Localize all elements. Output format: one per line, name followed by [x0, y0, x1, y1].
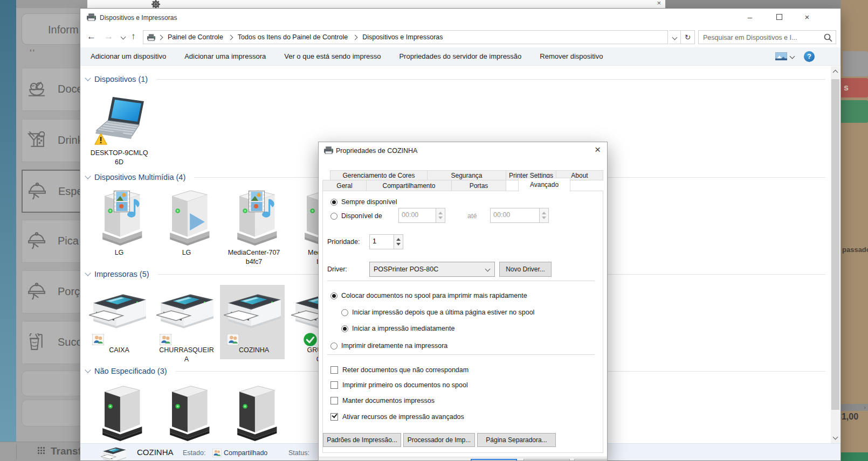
from-time-field[interactable]: 00:00	[398, 208, 436, 223]
dialog-title: Propriedades de COZINHA	[336, 147, 417, 155]
priority-spinner[interactable]	[394, 234, 403, 249]
tab-geral[interactable]: Geral	[322, 180, 367, 191]
printer-3d-icon	[156, 291, 217, 335]
pos-red-button[interactable]: s	[841, 78, 868, 97]
pos-marks: ''	[30, 47, 36, 57]
minimize-button[interactable]: –	[741, 11, 759, 23]
pos-green-button[interactable]	[841, 100, 868, 123]
device-item-desktop[interactable]: DESKTOP-9CMLQ 6D	[86, 89, 153, 165]
ok-button[interactable]	[471, 459, 517, 461]
printer-item-churrasqueira[interactable]: CHURRASQUEIR A	[153, 287, 220, 362]
shared-people-icon	[227, 334, 239, 345]
printer-item-cozinha[interactable]: COZINHA	[221, 287, 287, 362]
screen: × Inform '' Doce Drink Espe Pica Porç Su…	[0, 0, 868, 461]
cloche-icon	[28, 183, 46, 202]
see-whats-printing-button[interactable]: Ver o que está sendo impresso	[284, 52, 381, 60]
forward-icon[interactable]: →	[104, 31, 113, 42]
checkbox-keep-printed-documents[interactable]	[330, 397, 338, 404]
printing-defaults-button[interactable]: Padrões de Impressão...	[323, 433, 401, 447]
pos-category-drink[interactable]: Drink	[22, 119, 82, 162]
priority-label: Prioridade:	[327, 238, 360, 246]
pos-category-espe[interactable]: Espe	[22, 170, 82, 213]
add-device-button[interactable]: Adicionar um dispositivo	[91, 52, 166, 60]
breadcrumb-item[interactable]: Painel de Controle	[168, 33, 223, 41]
radio-start-immediately[interactable]	[341, 325, 348, 332]
driver-label: Driver:	[327, 266, 347, 273]
pos-gray-button[interactable]	[843, 51, 868, 76]
breadcrumb-item[interactable]: Todos os Itens do Painel de Controle	[238, 33, 348, 41]
estado-value: Compartilhado	[224, 449, 267, 457]
tab-color-management[interactable]: Gerenciamento de Cores	[330, 170, 428, 180]
pos-info-button[interactable]: Inform	[22, 13, 84, 45]
pos-category-suco[interactable]: Suco	[22, 321, 82, 364]
checkbox-hold-mismatched[interactable]	[330, 366, 338, 374]
pos-category-doce[interactable]: Doce	[22, 68, 82, 111]
media-device-lg-1[interactable]: LG	[86, 186, 153, 271]
checkbox-enable-advanced-features[interactable]	[330, 413, 338, 421]
tab-avancado[interactable]: Avançado	[518, 178, 570, 192]
scroll-down-icon[interactable]	[833, 435, 838, 440]
breadcrumb[interactable]: Painel de Controle Todos os Itens do Pai…	[143, 30, 668, 44]
radio-always-available[interactable]	[330, 199, 337, 206]
refresh-button[interactable]: ↻	[681, 30, 695, 44]
up-icon[interactable]: ↑	[131, 31, 136, 42]
divider	[327, 281, 595, 281]
search-input[interactable]	[702, 32, 817, 44]
unspecified-device[interactable]	[153, 380, 220, 443]
maximize-button[interactable]	[770, 11, 788, 23]
checkbox-print-spooled-first[interactable]	[330, 381, 338, 389]
from-time-spinner[interactable]	[436, 208, 445, 223]
print-server-properties-button[interactable]: Propriedades do servidor de impressão	[399, 52, 521, 60]
apply-button[interactable]	[574, 459, 608, 461]
cancel-button[interactable]	[523, 459, 570, 461]
printer-3d-icon	[89, 291, 149, 335]
view-options-button[interactable]	[775, 52, 794, 60]
radio-print-directly[interactable]	[330, 343, 337, 350]
dialog-footer	[319, 457, 607, 461]
dialog-close-button[interactable]: ×	[595, 144, 601, 156]
remove-device-button[interactable]: Remover dispositivo	[540, 52, 603, 60]
backdrop	[665, 0, 868, 8]
media-device-lg-2[interactable]: LG	[153, 186, 220, 271]
picture-icon	[775, 52, 787, 60]
radio-start-after-last-page[interactable]	[341, 309, 348, 316]
section-header-devices[interactable]: Dispositivos (1)	[86, 74, 825, 85]
print-processor-button[interactable]: Processador de Imp...	[403, 433, 475, 447]
shared-people-icon	[160, 334, 171, 345]
tab-compartilhamento[interactable]: Compartilhamento	[366, 180, 452, 191]
media-device-mediacenter[interactable]: MediaCenter-707 b4fc7	[221, 186, 287, 271]
pos-scrollbar[interactable]: ›	[841, 404, 868, 411]
unspecified-device[interactable]	[221, 380, 287, 443]
close-icon[interactable]: ×	[657, 0, 661, 7]
cloche-icon	[27, 283, 46, 302]
search-icon[interactable]	[824, 33, 832, 44]
add-printer-button[interactable]: Adicionar uma impressora	[184, 52, 266, 60]
until-time-field[interactable]: 00:00	[490, 208, 540, 223]
chevron-down-icon	[85, 75, 91, 81]
scrollbar-thumb[interactable]	[831, 79, 839, 410]
help-button[interactable]: ?	[804, 51, 815, 62]
tab-portas[interactable]: Portas	[451, 180, 506, 191]
pos-category-pica[interactable]: Pica	[22, 220, 82, 263]
address-dropdown-button[interactable]	[669, 30, 681, 44]
recent-pages-chevron-icon[interactable]	[121, 34, 126, 40]
driver-combobox[interactable]: POSPrinter POS-80C	[369, 262, 495, 277]
breadcrumb-item[interactable]: Dispositivos e Impressoras	[362, 33, 443, 41]
until-time-spinner[interactable]	[540, 208, 549, 223]
priority-field[interactable]: 1	[369, 234, 394, 249]
scroll-up-icon[interactable]	[833, 70, 838, 75]
pos-passado-label: passado	[842, 246, 868, 254]
radio-spool-documents[interactable]	[330, 292, 337, 299]
chevron-down-icon	[485, 267, 491, 272]
printer-item-caixa[interactable]: CAIXA	[86, 287, 153, 362]
separator-page-button[interactable]: Página Separadora...	[477, 433, 556, 447]
pos-category-porcao[interactable]: Porç	[22, 270, 82, 313]
radio-available-from[interactable]	[330, 213, 337, 220]
back-icon[interactable]: ←	[87, 31, 96, 42]
close-button[interactable]: ×	[798, 11, 816, 23]
unspecified-device[interactable]	[86, 380, 153, 443]
vertical-scrollbar[interactable]	[831, 66, 840, 443]
chevron-down-icon	[672, 34, 678, 40]
tab-security[interactable]: Segurança	[427, 170, 506, 180]
new-driver-button[interactable]: Novo Driver...	[499, 262, 552, 277]
